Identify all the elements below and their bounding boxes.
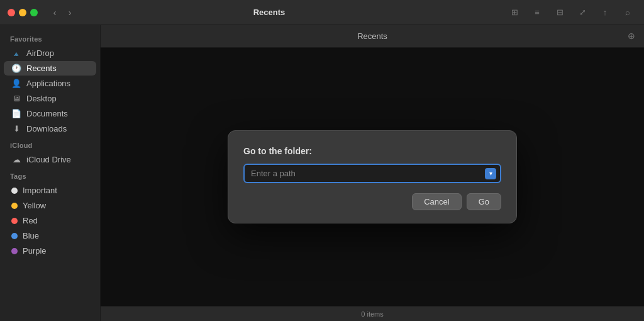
tag-label: Blue	[23, 231, 39, 240]
toolbar-controls: ⊞ ≡ ⊟ ⤢ ↑ ⌕	[506, 6, 636, 19]
go-button[interactable]: Go	[467, 193, 501, 210]
modal-buttons: Cancel Go	[243, 193, 501, 210]
sidebar-item-label: AirDrop	[26, 48, 54, 58]
tag-label: Purple	[23, 246, 47, 256]
sidebar-item-label: Downloads	[26, 124, 67, 133]
applications-icon: 👤	[11, 79, 21, 88]
sidebar-item-label: Documents	[26, 109, 68, 118]
icloud-icon: ☁	[11, 155, 21, 164]
status-bar: 0 items	[101, 306, 644, 321]
window-title: Recents	[33, 8, 506, 17]
documents-icon: 📄	[11, 109, 21, 118]
sidebar-item-tag-purple[interactable]: Purple	[4, 244, 96, 258]
toolbar-icon-share[interactable]: ↑	[596, 6, 614, 19]
content-header: Recents ⊕	[101, 25, 644, 48]
desktop-icon: 🖥	[11, 94, 21, 103]
toolbar-icon-3[interactable]: ⊟	[551, 6, 569, 19]
sidebar-item-tag-blue[interactable]: Blue	[4, 228, 96, 243]
sidebar-item-label: Desktop	[26, 94, 57, 103]
content-header-title: Recents	[357, 31, 387, 41]
toolbar-icon-1[interactable]: ⊞	[506, 6, 523, 19]
tag-yellow-dot	[11, 203, 18, 209]
tag-label: Yellow	[23, 201, 46, 210]
sidebar-item-desktop[interactable]: 🖥 Desktop	[4, 91, 96, 106]
tag-blue-dot	[11, 233, 18, 239]
path-input[interactable]	[243, 164, 501, 183]
sidebar-item-recents[interactable]: 🕐 Recents	[4, 61, 96, 76]
tag-label: Red	[23, 216, 38, 225]
sidebar-item-label: Applications	[26, 79, 70, 88]
dropdown-arrow-icon[interactable]: ▾	[485, 168, 496, 179]
sidebar-item-tag-important[interactable]: Important	[4, 183, 96, 198]
tag-label: Important	[23, 186, 57, 195]
add-button[interactable]: ⊕	[625, 30, 638, 42]
sidebar-item-label: Recents	[26, 64, 57, 73]
sidebar: Favorites ⟁ AirDrop 🕐 Recents 👤 Applicat…	[0, 25, 101, 321]
main-layout: Favorites ⟁ AirDrop 🕐 Recents 👤 Applicat…	[0, 25, 644, 321]
titlebar: ‹ › Recents ⊞ ≡ ⊟ ⤢ ↑ ⌕	[0, 0, 644, 25]
favorites-label: Favorites	[0, 30, 100, 45]
toolbar-icon-search[interactable]: ⌕	[619, 6, 636, 19]
sidebar-item-downloads[interactable]: ⬇ Downloads	[4, 121, 96, 136]
toolbar-icon-4[interactable]: ⤢	[574, 6, 591, 19]
tag-important-dot	[11, 188, 18, 194]
modal-title: Go to the folder:	[243, 146, 501, 156]
tags-label: Tags	[0, 167, 100, 183]
close-button[interactable]	[8, 9, 15, 16]
content-area: Recents ⊕ Go to the folder: ▾ Cancel Go	[101, 25, 644, 321]
status-text: 0 items	[361, 310, 383, 318]
cancel-button[interactable]: Cancel	[412, 193, 461, 210]
toolbar-icon-2[interactable]: ≡	[528, 6, 546, 19]
content-body: Go to the folder: ▾ Cancel Go	[101, 48, 644, 306]
tag-purple-dot	[11, 248, 18, 254]
sidebar-item-tag-yellow[interactable]: Yellow	[4, 198, 96, 213]
sidebar-item-documents[interactable]: 📄 Documents	[4, 106, 96, 121]
sidebar-item-icloud-drive[interactable]: ☁ iCloud Drive	[4, 152, 96, 167]
recents-icon: 🕐	[11, 64, 21, 73]
sidebar-item-applications[interactable]: 👤 Applications	[4, 76, 96, 91]
sidebar-item-airdrop[interactable]: ⟁ AirDrop	[4, 46, 96, 60]
path-input-wrapper: ▾	[243, 164, 501, 183]
tag-red-dot	[11, 218, 18, 224]
sidebar-item-label: iCloud Drive	[26, 155, 71, 164]
airdrop-icon: ⟁	[11, 48, 21, 58]
goto-folder-dialog: Go to the folder: ▾ Cancel Go	[228, 130, 517, 223]
minimize-button[interactable]	[19, 9, 26, 16]
icloud-label: iCloud	[0, 137, 100, 152]
modal-overlay: Go to the folder: ▾ Cancel Go	[101, 48, 644, 306]
sidebar-item-tag-red[interactable]: Red	[4, 213, 96, 228]
downloads-icon: ⬇	[11, 124, 21, 133]
